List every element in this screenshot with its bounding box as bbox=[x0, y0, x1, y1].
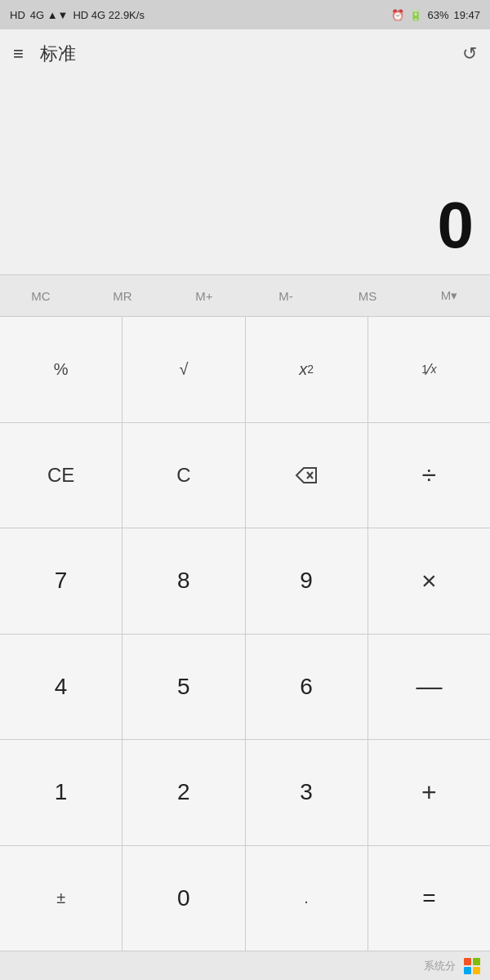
battery-level: 63% bbox=[427, 9, 448, 21]
status-hd: HD bbox=[10, 9, 25, 21]
status-speed: HD 4G 22.9K/s bbox=[73, 9, 144, 21]
display-value: 0 bbox=[438, 193, 474, 258]
decimal-button[interactable]: . bbox=[246, 846, 368, 951]
reciprocal-button[interactable]: 1⁄x bbox=[368, 317, 490, 422]
four-button[interactable]: 4 bbox=[0, 635, 122, 740]
mc-button[interactable]: MC bbox=[0, 275, 82, 316]
ce-button[interactable]: CE bbox=[0, 423, 122, 528]
watermark-text: 系统分 bbox=[424, 959, 456, 973]
negate-button[interactable]: ± bbox=[0, 846, 122, 951]
add-button[interactable]: + bbox=[368, 740, 490, 845]
subtract-button[interactable]: — bbox=[368, 635, 490, 740]
mdown-button[interactable]: M▾ bbox=[408, 275, 490, 316]
mr-button[interactable]: MR bbox=[82, 275, 163, 316]
percent-button[interactable]: % bbox=[0, 317, 122, 422]
equals-button[interactable]: = bbox=[368, 846, 490, 951]
bottom-bar: 系统分 bbox=[0, 951, 490, 980]
status-signal: 4G ▲▼ bbox=[30, 9, 69, 21]
microsoft-logo bbox=[464, 958, 480, 974]
c-button[interactable]: C bbox=[122, 423, 244, 528]
divide-button[interactable]: ÷ bbox=[368, 423, 490, 528]
time: 19:47 bbox=[453, 9, 480, 21]
status-right: ⏰ 🔋 63% 19:47 bbox=[391, 9, 480, 21]
mminus-button[interactable]: M- bbox=[245, 275, 327, 316]
memory-row: MC MR M+ M- MS M▾ bbox=[0, 274, 490, 317]
calculator-grid: % √ x2 1⁄x CE C ÷ 7 8 9 × 4 5 6 — 1 2 3 … bbox=[0, 317, 490, 951]
five-button[interactable]: 5 bbox=[122, 635, 244, 740]
multiply-button[interactable]: × bbox=[368, 528, 490, 634]
eight-button[interactable]: 8 bbox=[122, 528, 244, 634]
alarm-icon: ⏰ bbox=[391, 9, 404, 21]
backspace-button[interactable] bbox=[246, 423, 368, 528]
battery-icon: 🔋 bbox=[409, 9, 422, 21]
one-button[interactable]: 1 bbox=[0, 740, 122, 845]
display: 0 bbox=[0, 78, 490, 274]
ms-button[interactable]: MS bbox=[327, 275, 408, 316]
six-button[interactable]: 6 bbox=[246, 635, 368, 740]
menu-icon[interactable]: ≡ bbox=[13, 43, 24, 65]
nine-button[interactable]: 9 bbox=[246, 528, 368, 634]
history-icon[interactable]: ↺ bbox=[462, 43, 477, 65]
mplus-button[interactable]: M+ bbox=[163, 275, 245, 316]
square-button[interactable]: x2 bbox=[246, 317, 368, 422]
three-button[interactable]: 3 bbox=[246, 740, 368, 845]
app-title: 标准 bbox=[40, 42, 462, 66]
status-bar: HD 4G ▲▼ HD 4G 22.9K/s ⏰ 🔋 63% 19:47 bbox=[0, 0, 490, 29]
sqrt-button[interactable]: √ bbox=[122, 317, 244, 422]
status-left: HD 4G ▲▼ HD 4G 22.9K/s bbox=[10, 9, 145, 21]
header: ≡ 标准 ↺ bbox=[0, 29, 490, 78]
seven-button[interactable]: 7 bbox=[0, 528, 122, 634]
zero-button[interactable]: 0 bbox=[122, 846, 244, 951]
two-button[interactable]: 2 bbox=[122, 740, 244, 845]
